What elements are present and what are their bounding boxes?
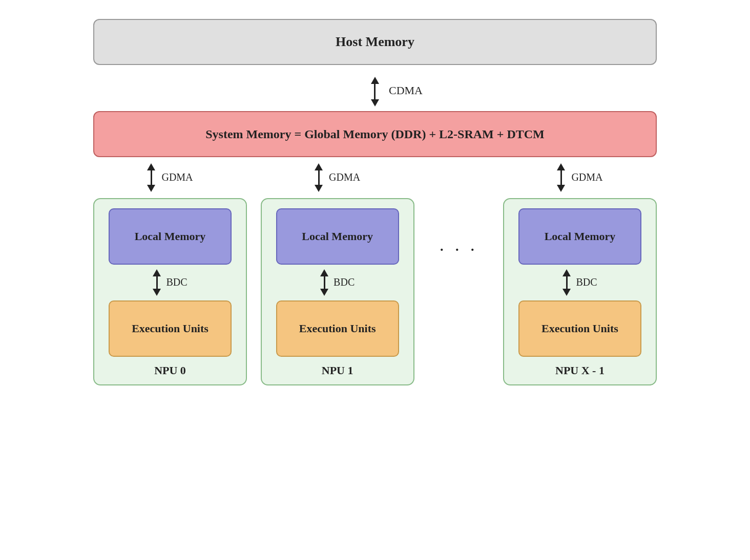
bdc-1-label: BDC [334,276,355,288]
system-memory-box: System Memory = Global Memory (DDR) + L2… [93,111,657,157]
npu-0-name: NPU 0 [154,364,186,377]
gdma-0-arrow [147,163,155,192]
local-memory-x1-label: Local Memory [545,230,616,243]
npu-x1-name: NPU X - 1 [555,364,605,377]
execution-units-0-box: Execution Units [109,300,232,357]
gdma-0-shaft [151,170,152,185]
execution-units-x1-box: Execution Units [518,300,641,357]
gdma-1-arrow [315,163,323,192]
cdma-label: CDMA [389,84,423,97]
architecture-diagram: Host Memory CDMA System Memory = Global … [22,19,728,541]
bdc-0-arrow [153,269,161,296]
local-memory-1-label: Local Memory [302,230,373,243]
local-memory-x1-box: Local Memory [518,208,641,265]
bdc-1-arrow-up [320,269,328,276]
gdma-x1-label: GDMA [571,171,602,183]
dots-label: · · · [440,239,478,261]
cdma-arrow [371,77,379,106]
gdma-x1-shaft [560,170,562,185]
npu-1-column: GDMA Local Memory BDC [261,157,414,385]
npu-x1-column: GDMA Local Memory BDC [503,157,657,385]
bdc-0-shaft [156,276,158,289]
npu-0-box: Local Memory BDC Execution Units [93,198,247,385]
execution-units-1-box: Execution Units [276,300,399,357]
bdc-0-arrow-up [153,269,161,276]
bdc-1-arrow [320,269,328,296]
cdma-arrow-down [371,99,379,106]
gdma-x1-arrow-up [557,163,565,170]
npu-1-name: NPU 1 [322,364,353,377]
gdma-0-label: GDMA [161,171,193,183]
gdma-1-shaft [318,170,320,185]
gdma-1-arrow-down [315,185,323,192]
gdma-0-arrow-down [147,185,155,192]
system-memory-label: System Memory = Global Memory (DDR) + L2… [205,127,545,141]
execution-units-1-label: Execution Units [299,322,376,335]
bdc-x1-area: BDC [562,265,597,300]
bdc-x1-arrow-up [562,269,571,276]
bdc-0-arrow-down [153,289,161,296]
npu-0-column: GDMA Local Memory BDC [93,157,247,385]
bdc-x1-arrow [562,269,571,296]
execution-units-x1-label: Execution Units [541,322,618,335]
bdc-1-area: BDC [320,265,355,300]
host-memory-label: Host Memory [336,34,414,50]
npu-x1-box: Local Memory BDC Execution Units [503,198,657,385]
host-memory-box: Host Memory [93,19,657,65]
bdc-x1-arrow-down [562,289,571,296]
local-memory-0-label: Local Memory [135,230,206,243]
gdma-0-arrow-up [147,163,155,170]
cdma-shaft [374,84,376,99]
gdma-0-area: GDMA [147,157,193,198]
local-memory-0-box: Local Memory [109,208,232,265]
gdma-x1-arrow-down [557,185,565,192]
gdma-x1-arrow [557,163,565,192]
npu-section: GDMA Local Memory BDC [93,157,657,385]
bdc-x1-shaft [566,276,568,289]
local-memory-1-box: Local Memory [276,208,399,265]
gdma-1-area: GDMA [315,157,360,198]
cdma-area: CDMA [353,65,397,111]
gdma-x1-area: GDMA [557,157,602,198]
dots-area: · · · [428,157,489,261]
bdc-1-shaft [324,276,325,289]
bdc-1-arrow-down [320,289,328,296]
cdma-arrow-up [371,77,379,84]
execution-units-0-label: Execution Units [132,322,209,335]
gdma-1-arrow-up [315,163,323,170]
bdc-x1-label: BDC [576,276,597,288]
npu-1-box: Local Memory BDC Execution Units [261,198,414,385]
bdc-0-label: BDC [166,276,187,288]
gdma-1-label: GDMA [329,171,360,183]
bdc-0-area: BDC [153,265,187,300]
